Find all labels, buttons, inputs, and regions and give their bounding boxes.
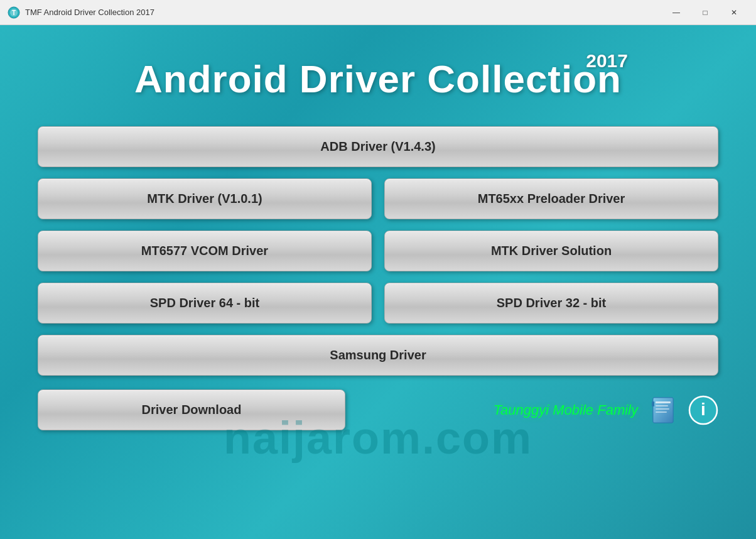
- svg-text:T: T: [12, 9, 16, 16]
- buttons-container: ADB Driver (V1.4.3) MTK Driver (V1.0.1) …: [38, 126, 718, 430]
- mt6577-driver-button[interactable]: MT6577 VCOM Driver: [38, 231, 372, 271]
- minimize-button[interactable]: —: [662, 3, 691, 22]
- spd64-driver-button[interactable]: SPD Driver 64 - bit: [38, 283, 372, 324]
- footer-right: Taunggyi Mobile Family: [358, 395, 718, 425]
- app-icon: T: [8, 6, 20, 19]
- year-badge: 2017: [586, 50, 628, 72]
- mtk-driver-button[interactable]: MTK Driver (V1.0.1): [38, 178, 372, 219]
- title-bar: T TMF Android Driver Collection 2017 — □…: [0, 0, 756, 25]
- app-title: Android Driver Collection: [134, 57, 622, 101]
- spd32-driver-button[interactable]: SPD Driver 32 - bit: [384, 283, 718, 324]
- maximize-button[interactable]: □: [691, 3, 720, 22]
- svg-rect-9: [652, 401, 654, 406]
- driver-download-button[interactable]: Driver Download: [38, 389, 345, 430]
- svg-text:i: i: [701, 400, 706, 419]
- mt65xx-driver-button[interactable]: MT65xx Preloader Driver: [384, 178, 718, 219]
- adb-driver-button[interactable]: ADB Driver (V1.4.3): [38, 126, 718, 167]
- adb-row: ADB Driver (V1.4.3): [38, 126, 718, 167]
- title-bar-left: T TMF Android Driver Collection 2017: [8, 6, 154, 19]
- close-button[interactable]: ✕: [720, 3, 748, 22]
- notebook-icon: [648, 395, 678, 425]
- svg-rect-5: [656, 401, 671, 403]
- main-content: naijarom.com Android Driver Collection 2…: [0, 25, 756, 539]
- svg-rect-8: [656, 411, 667, 413]
- spd-row: SPD Driver 64 - bit SPD Driver 32 - bit: [38, 283, 718, 324]
- tmf-label: Taunggyi Mobile Family: [494, 402, 638, 418]
- info-icon[interactable]: i: [688, 395, 718, 425]
- vcom-row: MT6577 VCOM Driver MTK Driver Solution: [38, 231, 718, 271]
- title-bar-controls: — □ ✕: [662, 3, 748, 22]
- mtk-row: MTK Driver (V1.0.1) MT65xx Preloader Dri…: [38, 178, 718, 219]
- samsung-row: Samsung Driver: [38, 335, 718, 376]
- mtk-solution-button[interactable]: MTK Driver Solution: [384, 231, 718, 271]
- svg-rect-7: [656, 408, 669, 410]
- samsung-driver-button[interactable]: Samsung Driver: [38, 335, 718, 376]
- title-bar-title: TMF Android Driver Collection 2017: [25, 8, 154, 17]
- svg-rect-6: [656, 405, 668, 406]
- bottom-row: Driver Download Taunggyi Mobile Family: [38, 389, 718, 430]
- header-title: Android Driver Collection 2017: [134, 57, 622, 101]
